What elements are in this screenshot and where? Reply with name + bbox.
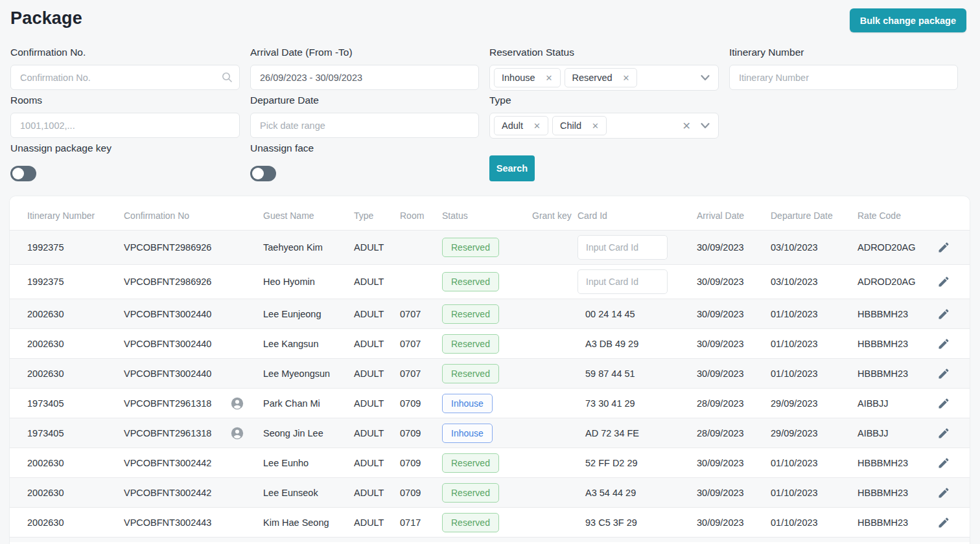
guest-name: Lee Myeongsun <box>263 368 354 379</box>
bulk-change-package-button[interactable]: Bulk change package <box>850 8 966 32</box>
arrival-date: 30/09/2023 <box>697 242 771 253</box>
itinerary-link[interactable]: 1992375 <box>27 277 124 287</box>
departure-date: 29/09/2023 <box>771 428 858 438</box>
edit-button[interactable] <box>937 241 957 254</box>
departure-date: 01/10/2023 <box>771 339 858 349</box>
col-arrival-date: Arrival Date <box>697 210 771 221</box>
itinerary-number-group: Itinerary Number <box>729 47 958 91</box>
itinerary-number-label: Itinerary Number <box>729 47 958 58</box>
confirmation-no-input[interactable] <box>10 65 240 90</box>
edit-button[interactable] <box>937 397 957 410</box>
confirmation-link[interactable]: VPCOBFNT3002440 <box>124 309 230 319</box>
room-number: 0709 <box>400 398 442 409</box>
confirmation-link[interactable]: VPCOBFNT3002443 <box>124 517 230 528</box>
confirmation-link[interactable]: VPCOBFNT2961318 <box>124 428 230 438</box>
confirmation-link[interactable]: VPCOBFNT2986926 <box>124 277 230 287</box>
edit-button[interactable] <box>937 367 957 380</box>
search-group: Search <box>489 142 719 181</box>
arrival-date: 30/09/2023 <box>697 368 771 379</box>
itinerary-link[interactable]: 2002630 <box>27 368 124 379</box>
arrival-date: 30/09/2023 <box>697 458 771 468</box>
unassign-face-group: Unassign face <box>250 142 479 181</box>
departure-date-input[interactable] <box>250 113 479 138</box>
edit-button[interactable] <box>937 427 957 440</box>
guest-name: Lee Eunjeong <box>263 309 354 319</box>
departure-date: 01/10/2023 <box>771 368 858 379</box>
search-icon <box>222 72 232 85</box>
confirmation-link[interactable]: VPCOBFNT3002440 <box>124 339 230 349</box>
departure-date: 01/10/2023 <box>771 309 858 319</box>
table-row: 2002630 VPCOBFNT3002440 Lee Kangsun ADUL… <box>10 328 970 358</box>
chevron-down-icon[interactable] <box>700 120 710 131</box>
itinerary-number-input[interactable] <box>729 65 958 90</box>
guest-name: Lee Kangsun <box>263 339 354 349</box>
status-badge: Reserved <box>442 304 499 324</box>
card-id-input[interactable] <box>578 235 668 260</box>
card-id-value: AD 72 34 FE <box>578 428 639 438</box>
clear-icon[interactable]: ✕ <box>682 120 691 132</box>
departure-date-label: Departure Date <box>250 95 479 106</box>
card-id-input[interactable] <box>578 269 668 294</box>
type-group: Type Adult ✕ Child ✕ ✕ <box>489 95 719 139</box>
confirmation-link[interactable]: VPCOBFNT2961318 <box>124 398 230 409</box>
arrival-date-input[interactable] <box>250 65 479 90</box>
status-badge: Inhouse <box>442 424 493 443</box>
itinerary-link[interactable]: 2002630 <box>27 488 124 498</box>
col-room: Room <box>400 210 442 221</box>
unassign-face-label: Unassign face <box>250 142 479 154</box>
confirmation-link[interactable]: VPCOBFNT2986926 <box>124 242 230 253</box>
edit-button[interactable] <box>937 337 957 350</box>
unassign-face-toggle[interactable] <box>250 166 276 181</box>
type-select[interactable]: Adult ✕ Child ✕ ✕ <box>489 113 719 139</box>
itinerary-link[interactable]: 1973405 <box>27 398 124 409</box>
status-badge: Reserved <box>442 453 499 473</box>
results-table: Itinerary Number Confirmation No Guest N… <box>9 196 970 544</box>
departure-date: 01/10/2023 <box>771 488 858 498</box>
rate-code: HBBBMH23 <box>858 368 937 379</box>
table-header: Itinerary Number Confirmation No Guest N… <box>10 201 970 230</box>
itinerary-link[interactable]: 2002630 <box>27 339 124 349</box>
col-itinerary-number: Itinerary Number <box>27 210 124 221</box>
itinerary-link[interactable]: 2002630 <box>27 309 124 319</box>
confirmation-link[interactable]: VPCOBFNT3002440 <box>124 368 230 379</box>
remove-chip-icon[interactable]: ✕ <box>592 121 599 131</box>
itinerary-link[interactable]: 1973405 <box>27 428 124 438</box>
reservation-status-select[interactable]: Inhouse ✕ Reserved ✕ <box>489 65 719 91</box>
edit-button[interactable] <box>937 308 957 321</box>
edit-button[interactable] <box>937 486 957 499</box>
edit-button[interactable] <box>937 457 957 470</box>
table-row: 1992375 VPCOBFNT2986926 Taehyeon Kim ADU… <box>10 230 970 264</box>
col-card-id: Card Id <box>578 210 697 221</box>
itinerary-link[interactable]: 2002630 <box>27 517 124 528</box>
rooms-input[interactable] <box>10 113 240 138</box>
chip-label: Adult <box>502 120 523 131</box>
confirmation-no-field <box>10 65 240 90</box>
chip-label: Child <box>560 120 581 131</box>
room-number: 0707 <box>400 339 442 349</box>
table-row: 2002630 VPCOBFNT3002440 Lee Eunjeong ADU… <box>10 299 970 328</box>
arrival-date: 30/09/2023 <box>697 339 771 349</box>
col-type: Type <box>354 210 400 221</box>
confirmation-link[interactable]: VPCOBFNT3002442 <box>124 458 230 468</box>
unassign-package-key-toggle[interactable] <box>10 166 36 181</box>
edit-button[interactable] <box>937 516 957 529</box>
room-number: 0709 <box>400 428 442 438</box>
guest-type: ADULT <box>354 398 400 409</box>
itinerary-link[interactable]: 2002630 <box>27 458 124 468</box>
rooms-label: Rooms <box>10 95 240 106</box>
confirmation-no-label: Confirmation No. <box>10 47 240 58</box>
room-number: 0707 <box>400 309 442 319</box>
selected-chip-inhouse: Inhouse ✕ <box>494 68 561 87</box>
status-badge: Reserved <box>442 238 499 257</box>
chevron-down-icon[interactable] <box>700 73 710 83</box>
search-button[interactable]: Search <box>489 155 535 181</box>
remove-chip-icon[interactable]: ✕ <box>533 121 541 131</box>
remove-chip-icon[interactable]: ✕ <box>623 73 630 83</box>
chip-label: Inhouse <box>502 73 535 83</box>
itinerary-link[interactable]: 1992375 <box>27 242 124 253</box>
edit-button[interactable] <box>937 275 957 288</box>
confirmation-link[interactable]: VPCOBFNT3002442 <box>124 488 230 498</box>
status-badge: Reserved <box>442 513 499 532</box>
col-confirmation-no: Confirmation No <box>124 210 230 221</box>
remove-chip-icon[interactable]: ✕ <box>546 73 553 83</box>
